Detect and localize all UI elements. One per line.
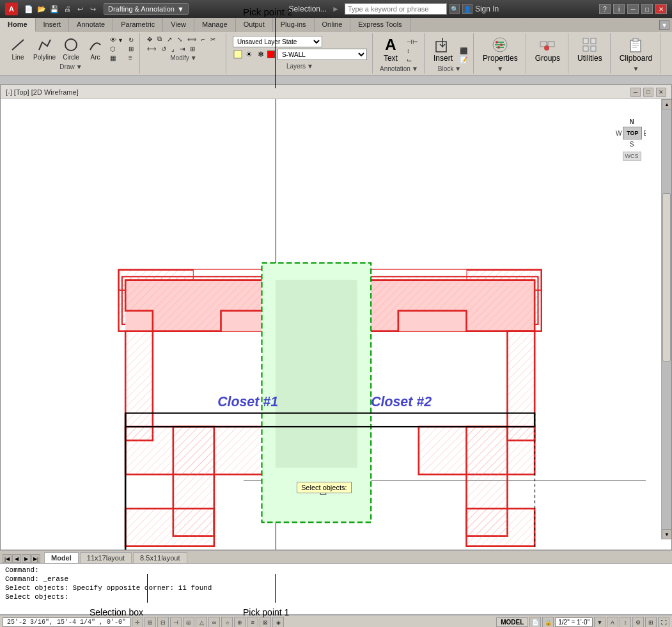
layer-name-select[interactable]: S-WALL [277, 49, 367, 60]
lock-btn[interactable]: 🔒 [542, 617, 554, 628]
polyline-btn[interactable]: Polyline [31, 35, 58, 62]
ortho-btn[interactable]: ⊣ [170, 617, 182, 628]
trim-btn[interactable]: ✂ [208, 35, 217, 44]
scroll-thumb-v[interactable] [662, 193, 671, 361]
move-btn[interactable]: ✥ [145, 35, 154, 44]
crosshair-btn[interactable]: ✛ [132, 617, 143, 628]
save-btn[interactable]: 💾 [49, 3, 60, 15]
tab-online[interactable]: Online [315, 18, 351, 32]
gradient-btn[interactable]: ▦ [108, 54, 125, 62]
settings-btn[interactable]: ⊞ [645, 617, 657, 628]
undo-btn[interactable]: ↩ [74, 3, 86, 15]
qp-btn[interactable]: ◈ [272, 617, 284, 628]
rotate-btn[interactable]: ↻ [127, 36, 136, 44]
extend-btn[interactable]: ⇥ [178, 45, 187, 53]
circle-btn[interactable]: Circle [59, 35, 82, 62]
dim-btn[interactable]: ↕ [405, 47, 420, 55]
cmd-prompt[interactable]: Select objects: [5, 593, 667, 601]
leader-btn[interactable]: ⌙ [405, 56, 420, 64]
new-btn[interactable]: 📄 [23, 3, 35, 15]
tab-model[interactable]: Model [44, 552, 79, 563]
sync-btn[interactable]: ↕ [620, 617, 631, 628]
snap-btn[interactable]: ⊞ [145, 617, 156, 628]
insert-btn[interactable]: Insert [430, 35, 457, 64]
clipboard-btn[interactable]: Clipboard [616, 35, 656, 64]
rotate-mod-btn[interactable]: ↺ [159, 45, 168, 53]
grid-btn[interactable]: ⊞ [127, 45, 136, 53]
tab-first-btn[interactable]: |◀ [3, 554, 12, 563]
annotscale-btn[interactable]: A [607, 617, 618, 628]
view-btn[interactable]: 👁 ▼ [108, 36, 125, 44]
paper-btn[interactable]: 📄 [529, 617, 541, 628]
viewcube-wcs[interactable]: WCS [623, 152, 641, 161]
dim-linear-btn[interactable]: ⊣⊢ [405, 38, 420, 46]
tab-prev-btn[interactable]: ◀ [12, 554, 21, 563]
utilities-btn[interactable]: Utilities [574, 35, 606, 64]
viewport-restore-btn[interactable]: □ [643, 88, 653, 97]
tab-next-btn[interactable]: ▶ [22, 554, 31, 563]
scale-btn[interactable]: ⤡ [175, 35, 184, 44]
viewport-close-btn[interactable]: ✕ [656, 88, 666, 97]
scale-display[interactable]: 1/2" = 1'-0" [555, 617, 593, 627]
tab-home[interactable]: Home [0, 18, 36, 32]
linewidth-btn[interactable]: ≡ [247, 617, 258, 628]
tab-view[interactable]: View [163, 18, 194, 32]
create-block-btn[interactable]: ⬛ [458, 47, 469, 55]
ribbon-arrow-btn[interactable]: ▼ [659, 20, 669, 30]
stretch-btn[interactable]: ↗ [165, 35, 174, 44]
tpress-btn[interactable]: ⊠ [260, 617, 271, 628]
array-btn[interactable]: ⊞ [188, 45, 197, 53]
model-badge[interactable]: MODEL [496, 617, 528, 627]
close-btn[interactable]: ✕ [655, 4, 667, 14]
arc-btn[interactable]: Arc [84, 35, 107, 62]
tab-last-btn[interactable]: ▶| [31, 554, 40, 563]
gear-btn[interactable]: ⚙ [632, 617, 644, 628]
tab-plugins[interactable]: Plug-ins [273, 18, 315, 32]
user-icon[interactable]: 👤 [462, 4, 473, 14]
print-btn[interactable]: 🖨 [61, 3, 73, 15]
tab-annotate[interactable]: Annotate [69, 18, 113, 32]
attribute-btn[interactable]: 📝 [458, 56, 469, 64]
tab-8x11[interactable]: 8.5x11layout [133, 552, 187, 563]
ducs-btn[interactable]: ⟐ [221, 617, 233, 628]
properties-btn[interactable]: Properties [479, 35, 522, 64]
viewport-min-btn[interactable]: ─ [630, 88, 641, 97]
redo-btn[interactable]: ↪ [87, 3, 98, 15]
tab-output[interactable]: Output [236, 18, 273, 32]
tab-parametric[interactable]: Parametric [113, 18, 163, 32]
groups-btn[interactable]: Groups [531, 35, 564, 64]
workspace-dropdown[interactable]: Drafting & Annotation ▼ [104, 3, 189, 15]
scroll-down-btn[interactable]: ▼ [662, 529, 672, 539]
drawing-area[interactable]: Closet #1 Closet #2 Select objects: N W … [1, 99, 646, 550]
chamfer-btn[interactable]: ⌟ [169, 45, 176, 53]
osnap-btn[interactable]: △ [196, 617, 207, 628]
otrack-btn[interactable]: ∞ [208, 617, 220, 628]
help-btn[interactable]: ? [599, 4, 611, 14]
scroll-up-btn[interactable]: ▲ [662, 99, 672, 109]
tab-express-tools[interactable]: Express Tools [350, 18, 410, 32]
layer-state-select[interactable]: Unsaved Layer State [233, 36, 322, 47]
hatch-btn[interactable]: ⬡ [108, 45, 125, 53]
copy-btn[interactable]: ⧉ [155, 35, 164, 44]
restore-btn[interactable]: □ [641, 4, 653, 14]
dyn-btn[interactable]: ⊕ [234, 617, 246, 628]
tab-manage[interactable]: Manage [194, 18, 236, 32]
fullscreen-btn[interactable]: ⛶ [658, 617, 669, 628]
scale-arrow[interactable]: ▼ [594, 617, 606, 628]
line-btn[interactable]: Line [6, 35, 29, 62]
tab-11x17[interactable]: 11x17layout [80, 552, 132, 563]
search-input[interactable] [345, 3, 447, 15]
fillet-btn[interactable]: ⌐ [199, 35, 207, 44]
text-btn[interactable]: A Text [378, 35, 403, 64]
info-btn[interactable]: i [613, 4, 625, 14]
scrollbar-right[interactable]: ▲ ▼ [661, 99, 671, 539]
viewcube-top-btn[interactable]: TOP [623, 127, 642, 139]
offset-btn[interactable]: ⟷ [145, 45, 158, 53]
minimize-btn[interactable]: ─ [627, 4, 639, 14]
polar-btn[interactable]: ◎ [183, 617, 194, 628]
grid-btn[interactable]: ⊟ [157, 617, 169, 628]
search-button[interactable]: 🔍 [449, 4, 460, 14]
mirror-btn[interactable]: ⟺ [185, 35, 198, 44]
tab-insert[interactable]: Insert [36, 18, 70, 32]
open-btn[interactable]: 📂 [36, 3, 47, 15]
